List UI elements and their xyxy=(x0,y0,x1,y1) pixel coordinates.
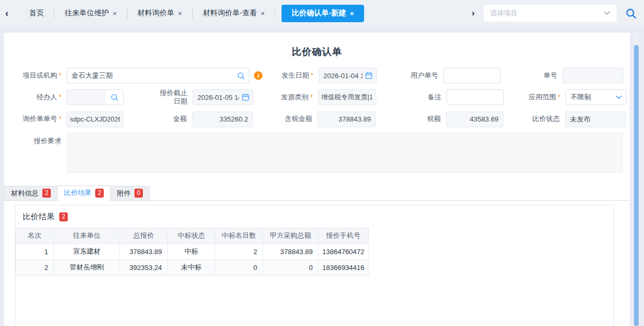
close-icon[interactable]: × xyxy=(350,10,354,17)
close-icon[interactable]: × xyxy=(261,10,265,17)
amount-input[interactable] xyxy=(192,111,253,127)
panel-header: 比价结果 2 xyxy=(15,206,613,228)
tax-label: 税额 xyxy=(376,115,446,123)
tab-attachments[interactable]: 附件 0 xyxy=(110,186,150,200)
col-win-status[interactable]: 中标状态 xyxy=(168,228,215,244)
chevron-down-icon xyxy=(604,11,610,15)
status-label: 比价状态 xyxy=(503,115,565,123)
top-tab-bar: ‹ 首页 往来单位维护 × 材料询价单 × 材料询价单-查看 × 比价确认单-新… xyxy=(0,0,644,26)
compare-result-table: 名次 往来单位 总报价 中标状态 中标名目数 甲方采购总额 报价手机号 1 宜东… xyxy=(15,228,369,276)
cell-vendor: 管材岳增刚 xyxy=(54,259,120,275)
tab-material-inquiry[interactable]: 材料询价单 × xyxy=(128,8,193,18)
col-quote-phone[interactable]: 报价手机号 xyxy=(319,228,369,244)
tabs-scroll-left-icon[interactable]: ‹ xyxy=(5,8,19,19)
remark-label: 备注 xyxy=(376,93,447,101)
inquiry-no-input[interactable] xyxy=(67,111,123,127)
occur-date-label: 发生日期 xyxy=(262,71,319,80)
close-icon[interactable]: × xyxy=(113,10,117,17)
table-row[interactable]: 1 宜东建材 378843.89 中标 2 378843.89 13864760… xyxy=(16,244,369,259)
form-row-1: 项目或机构 发生日期 用户单号 单号 xyxy=(4,68,630,83)
user-no-input[interactable] xyxy=(443,68,501,83)
chevron-down-icon xyxy=(616,96,622,99)
cell-total-quote: 378843.89 xyxy=(120,244,168,259)
cell-win-status: 未中标 xyxy=(168,259,215,275)
tab-label: 材料询价单-查看 xyxy=(203,8,257,18)
deadline-label: 报价截止日期 xyxy=(124,89,193,106)
form-row-3: 询价单单号 金额 含税金额 税额 比价状态 xyxy=(4,111,630,127)
calendar-icon[interactable] xyxy=(365,72,373,79)
tab-label: 往来单位维护 xyxy=(65,8,109,18)
project-field-wrap xyxy=(67,68,249,83)
tab-home[interactable]: 首页 xyxy=(19,8,54,18)
cell-win-items: 0 xyxy=(215,259,263,275)
search-icon[interactable] xyxy=(237,72,245,80)
scrollbar-thumb[interactable] xyxy=(634,45,639,326)
tab-material-inquiry-view[interactable]: 材料询价单-查看 × xyxy=(193,8,275,18)
detail-tab-strip: 材料信息 2 比价结果 2 附件 0 xyxy=(4,185,630,201)
count-badge: 0 xyxy=(134,189,143,198)
tax-incl-input[interactable] xyxy=(318,111,376,127)
count-badge: 2 xyxy=(95,189,104,198)
cell-quote-phone: 18366934416 xyxy=(319,259,369,275)
col-vendor[interactable]: 往来单位 xyxy=(54,228,120,244)
cell-win-items: 2 xyxy=(215,244,263,259)
tabs-scroll-right-icon[interactable]: › xyxy=(471,8,475,18)
compare-result-panel: 比价结果 2 名次 往来单位 总报价 中标状态 中标名目数 甲方采购总额 报价手… xyxy=(15,205,614,326)
tab-vendor-maintenance[interactable]: 往来单位维护 × xyxy=(55,8,127,18)
table-row[interactable]: 2 管材岳增刚 392353.24 未中标 0 0 18366934416 xyxy=(16,259,369,275)
scope-label: 应用范围 xyxy=(504,93,566,101)
tab-divider xyxy=(275,8,275,18)
col-win-items[interactable]: 中标名目数 xyxy=(215,228,263,244)
cell-vendor: 宜东建材 xyxy=(54,244,120,259)
project-select-placeholder: 选择项目 xyxy=(490,8,518,18)
search-icon[interactable] xyxy=(106,90,123,105)
inquiry-no-label: 询价单单号 xyxy=(4,115,67,123)
amount-label: 金额 xyxy=(123,115,192,123)
count-badge: 2 xyxy=(42,189,51,198)
remark-input[interactable] xyxy=(447,89,504,105)
tab-label: 材料询价单 xyxy=(138,8,175,18)
user-no-label: 用户单号 xyxy=(377,71,443,80)
tab-strip: 首页 往来单位维护 × 材料询价单 × 材料询价单-查看 × 比价确认单-新建 … xyxy=(19,0,370,26)
handler-label: 经办人 xyxy=(4,93,67,101)
table-header-row: 名次 往来单位 总报价 中标状态 中标名目数 甲方采购总额 报价手机号 xyxy=(16,228,369,244)
tab-compare-result[interactable]: 比价结果 2 xyxy=(57,185,111,201)
scope-select[interactable]: 不限制 xyxy=(566,89,627,105)
form-page: 比价确认单 项目或机构 发生日期 用户单号 单号 经办人 xyxy=(4,33,630,326)
vertical-scrollbar[interactable] xyxy=(634,33,639,326)
tab-material-info[interactable]: 材料信息 2 xyxy=(4,186,58,200)
tab-price-compare-new[interactable]: 比价确认单-新建 × xyxy=(282,5,364,22)
project-input[interactable] xyxy=(67,68,249,83)
tab-label: 首页 xyxy=(29,8,44,18)
info-icon[interactable] xyxy=(254,71,262,80)
col-rank[interactable]: 名次 xyxy=(16,228,54,244)
calendar-icon[interactable] xyxy=(242,94,249,101)
tab-label: 材料信息 xyxy=(11,189,39,198)
cell-purchase-total: 0 xyxy=(263,259,319,275)
col-total-quote[interactable]: 总报价 xyxy=(120,228,168,244)
tax-input[interactable] xyxy=(446,111,503,127)
close-icon[interactable]: × xyxy=(178,10,183,17)
quote-req-textarea[interactable] xyxy=(67,133,623,173)
cell-win-status: 中标 xyxy=(168,244,215,259)
cell-rank: 2 xyxy=(16,259,54,275)
status-input[interactable] xyxy=(565,111,626,127)
tab-label: 附件 xyxy=(117,189,131,198)
project-select[interactable]: 选择项目 xyxy=(483,4,617,22)
handler-input[interactable] xyxy=(67,90,106,105)
cell-rank: 1 xyxy=(16,244,54,259)
page-title: 比价确认单 xyxy=(4,45,630,58)
doc-no-input[interactable] xyxy=(563,68,623,83)
invoice-type-input[interactable] xyxy=(318,89,376,105)
form-row-4: 报价要求 xyxy=(4,133,630,173)
form-row-2: 经办人 报价截止日期 发票类别 备注 应用范围 不限制 xyxy=(4,89,630,106)
global-search-icon[interactable] xyxy=(625,8,637,19)
project-label: 项目或机构 xyxy=(4,71,67,80)
quote-req-label: 报价要求 xyxy=(4,133,67,145)
panel-title: 比价结果 xyxy=(23,212,55,222)
tab-label: 比价确认单-新建 xyxy=(292,8,346,18)
col-purchase-total[interactable]: 甲方采购总额 xyxy=(263,228,319,244)
count-badge: 2 xyxy=(59,212,68,221)
topbar-right: › 选择项目 xyxy=(471,4,637,22)
handler-field-wrap xyxy=(67,89,124,105)
